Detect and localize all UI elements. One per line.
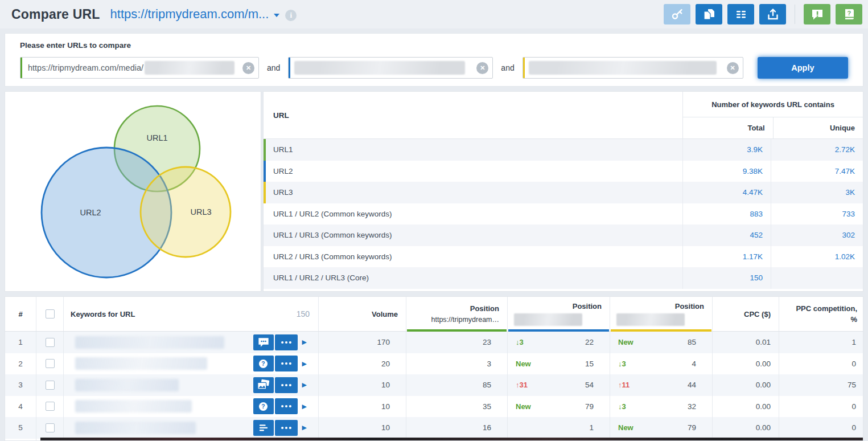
keywords-column-header[interactable]: Keywords for URL 150: [63, 297, 318, 331]
row-color-marker: [264, 161, 266, 182]
question-circle-button[interactable]: ?: [253, 398, 274, 414]
url-row-unique-link[interactable]: 733: [771, 203, 863, 225]
and-connector: and: [267, 63, 280, 72]
position3-column-header[interactable]: Position: [610, 297, 712, 331]
help-book-icon: ?: [842, 7, 856, 21]
expand-row-icon[interactable]: [302, 381, 307, 389]
ppc-value: 1: [779, 332, 863, 353]
feedback-exclamation-icon: [811, 7, 824, 21]
more-actions-button[interactable]: [275, 356, 298, 371]
url-row-total-link[interactable]: 883: [682, 203, 771, 225]
feedback-button[interactable]: [804, 4, 830, 24]
copy-report-button[interactable]: [696, 4, 722, 24]
venn-label-url1: URL1: [146, 133, 167, 142]
url-input-2[interactable]: [288, 57, 493, 79]
url-row-unique-link[interactable]: 3K: [771, 182, 863, 203]
url-row-total-link[interactable]: 9.38K: [682, 161, 771, 182]
apply-button[interactable]: Apply: [758, 57, 848, 79]
row-checkbox[interactable]: [46, 338, 55, 347]
volume-column-header[interactable]: Volume: [318, 297, 406, 331]
venn-label-url2: URL2: [80, 208, 101, 217]
expand-row-icon[interactable]: [302, 424, 307, 431]
position2-column-header[interactable]: Position: [507, 297, 610, 331]
expand-row-icon[interactable]: [302, 403, 307, 410]
url-table-body: URL1 3.9K 2.72K URL2 9.38K 7.47K URL3 4.…: [264, 139, 863, 289]
url-row-label: URL2: [264, 161, 682, 182]
more-actions-button[interactable]: [275, 398, 298, 414]
question-circle-button[interactable]: ?: [253, 356, 274, 371]
images-button[interactable]: [253, 377, 274, 393]
select-all-cell: [36, 297, 63, 331]
cpc-value: 0.00: [712, 374, 779, 396]
url2-accent-bar: [289, 58, 290, 78]
position2-underline: [508, 329, 609, 332]
text-lines-button[interactable]: [253, 420, 274, 436]
keyword-actions: ?: [253, 356, 307, 371]
url-row-unique-link[interactable]: 1.02K: [771, 246, 863, 268]
url-row-total-link[interactable]: 4.47K: [682, 182, 771, 203]
position1-cell: 35: [406, 396, 507, 418]
url3-accent-bar: [523, 58, 525, 78]
select-all-checkbox[interactable]: [46, 309, 55, 318]
checkbox-cell: [36, 396, 63, 418]
url-row-unique-link[interactable]: 302: [771, 224, 863, 246]
url-input-3[interactable]: [523, 57, 743, 79]
url-row-total-link[interactable]: 1.17K: [682, 246, 771, 268]
keywords-count-header-group: Number of keywords URL contains Total Un…: [682, 92, 863, 138]
url-row-unique-link[interactable]: 2.72K: [771, 139, 863, 161]
checkbox-cell: [36, 374, 63, 396]
clear-input-2-icon[interactable]: [476, 62, 488, 74]
url-selector-dropdown[interactable]: https://tripmydream.com/m...: [110, 7, 280, 22]
volume-value: 170: [318, 332, 406, 353]
row-checkbox[interactable]: [46, 423, 55, 432]
more-actions-button[interactable]: [275, 377, 298, 393]
url-input-3-redacted: [529, 61, 717, 75]
list-view-icon: [734, 7, 748, 21]
keyword-table-row: 4 ? 10 35 New 79 ↓3 32 0.00 0: [5, 396, 863, 418]
svg-text:?: ?: [261, 361, 265, 367]
expand-row-icon[interactable]: [302, 338, 307, 346]
position2-cell: ↑31 54: [507, 374, 610, 396]
url-input-1[interactable]: https://tripmydream.com/media/: [20, 57, 259, 79]
api-key-button[interactable]: [664, 4, 690, 24]
export-button[interactable]: [759, 4, 786, 24]
svg-text:?: ?: [261, 403, 265, 410]
position2-change: ↑31: [516, 381, 528, 389]
position1-cell: 85: [406, 374, 507, 396]
url-row-unique-link[interactable]: 7.47K: [771, 161, 863, 182]
position2-change: ↓3: [516, 338, 524, 346]
clear-input-1-icon[interactable]: [242, 62, 254, 74]
list-view-button[interactable]: [727, 4, 754, 24]
position2-change: New: [516, 360, 531, 368]
url-row-total-link[interactable]: 452: [682, 224, 771, 246]
url-table-header: URL Number of keywords URL contains Tota…: [264, 92, 863, 139]
more-actions-button[interactable]: [275, 334, 298, 350]
position1-column-header[interactable]: Position https://tripmydream…: [406, 297, 507, 331]
help-button[interactable]: ?: [836, 4, 862, 24]
ellipsis-icon: [280, 382, 293, 388]
ppc-column-header[interactable]: PPC competition, %: [779, 297, 863, 331]
url3-circle[interactable]: [141, 167, 231, 257]
row-checkbox[interactable]: [46, 402, 55, 411]
url-row-total-link[interactable]: 150: [682, 267, 771, 289]
export-icon: [766, 7, 780, 21]
url-row-total-link[interactable]: 3.9K: [682, 139, 771, 161]
row-number: 4: [5, 396, 36, 418]
expand-row-icon[interactable]: [302, 360, 307, 368]
url-row-unique-link[interactable]: [771, 267, 863, 289]
row-checkbox[interactable]: [46, 359, 55, 368]
position1-underline: [407, 329, 507, 332]
keyword-text-redacted: [75, 379, 179, 391]
keyword-table-row: 1 170 23 ↓3 22 New 85 0.01 1: [5, 332, 863, 353]
position2-value: 22: [585, 338, 594, 346]
row-checkbox[interactable]: [46, 381, 55, 390]
position1-value: 3: [487, 360, 491, 368]
row-number: 5: [5, 417, 36, 439]
cpc-column-header[interactable]: CPC ($): [712, 297, 779, 331]
chat-bubble-button[interactable]: [253, 334, 274, 350]
info-icon[interactable]: [285, 10, 297, 21]
keyword-cell: ?: [63, 396, 318, 418]
keyword-table-row: 5 10 16 1 New 79 0.00 0: [5, 417, 863, 439]
clear-input-3-icon[interactable]: [727, 62, 739, 74]
more-actions-button[interactable]: [275, 420, 298, 436]
